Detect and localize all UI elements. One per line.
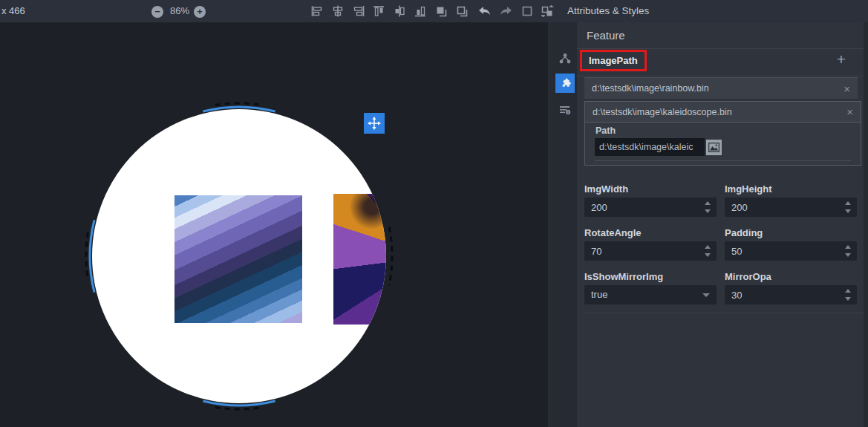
- padding-stepper[interactable]: [725, 241, 857, 261]
- attributes-panel: i Feature ImagePath + d:\testsdk\image\r…: [553, 22, 868, 427]
- spinner-arrows[interactable]: [704, 244, 711, 258]
- design-canvas[interactable]: [0, 22, 553, 427]
- path-field-label: Path: [595, 126, 616, 136]
- rotateangle-stepper[interactable]: [584, 241, 717, 261]
- chevron-down-icon: [702, 293, 710, 297]
- panel-title: Attributes & Styles: [567, 0, 649, 22]
- property-label: ImgWidth: [584, 183, 717, 195]
- undo-icon[interactable]: [477, 5, 492, 17]
- top-toolbar: x 466 − 86% + Attributes & Styles: [0, 0, 868, 22]
- spinner-arrows[interactable]: [704, 201, 711, 214]
- divider: [595, 160, 851, 161]
- image-picker-button[interactable]: [706, 140, 722, 155]
- add-path-button[interactable]: +: [837, 51, 846, 68]
- rainbow-image: [174, 195, 302, 323]
- property-label: MirrorOpa: [725, 271, 857, 282]
- imgwidth-input[interactable]: [584, 198, 696, 216]
- path-value: d:\testsdk\image\rainbow.bin: [592, 78, 709, 100]
- puzzle-icon[interactable]: [555, 74, 575, 93]
- transform-icon[interactable]: [541, 5, 554, 17]
- alignment-toolbar: [310, 5, 554, 17]
- property-label: ImgHeight: [725, 183, 857, 195]
- mirroropa-input[interactable]: [725, 286, 836, 304]
- align-right-icon[interactable]: [352, 5, 365, 17]
- imgheight-stepper[interactable]: [725, 198, 857, 217]
- selection-box-icon[interactable]: [521, 5, 533, 17]
- form-info-icon[interactable]: i: [555, 100, 575, 120]
- imagepath-label-highlighted: ImagePath: [580, 50, 647, 71]
- imagepath-property-row: ImagePath +: [577, 49, 864, 76]
- move-handle[interactable]: [364, 113, 385, 134]
- divider: [584, 313, 864, 313]
- spinner-arrows[interactable]: [844, 288, 852, 301]
- rotateangle-input[interactable]: [584, 242, 696, 260]
- mirroropa-stepper[interactable]: [725, 285, 857, 304]
- zoom-out-button[interactable]: −: [151, 6, 163, 18]
- app-window: x 466 − 86% + Attributes & Styles: [0, 0, 868, 427]
- canvas-scrollbar[interactable]: [548, 22, 553, 427]
- zoom-in-button[interactable]: +: [194, 6, 206, 18]
- panel-scrollbar[interactable]: [864, 22, 868, 427]
- canvas-size-label: x 466: [1, 0, 25, 22]
- bring-to-front-icon[interactable]: [435, 5, 448, 17]
- zoom-level-label: 86%: [166, 0, 193, 22]
- section-title: Feature: [577, 22, 864, 49]
- align-center-horizontal-icon[interactable]: [331, 5, 345, 17]
- align-left-icon[interactable]: [310, 5, 324, 17]
- align-bottom-icon[interactable]: [414, 5, 428, 17]
- path-item-header[interactable]: d:\testsdk\image\kaleidoscope.bin ×: [585, 102, 861, 123]
- property-label: Padding: [725, 227, 857, 238]
- redo-icon[interactable]: [499, 5, 514, 17]
- spinner-arrows[interactable]: [844, 244, 852, 258]
- image-icon: [708, 143, 719, 152]
- align-top-icon[interactable]: [373, 5, 386, 17]
- isshowmirrorimg-select[interactable]: true: [584, 285, 717, 304]
- panel-icon-strip: i: [553, 22, 577, 427]
- path-list-item-expanded: d:\testsdk\image\kaleidoscope.bin × Path: [584, 101, 861, 166]
- remove-path-button[interactable]: ×: [843, 78, 850, 100]
- path-input[interactable]: [595, 138, 705, 156]
- property-label: IsShowMirrorImg: [584, 271, 717, 282]
- padding-input[interactable]: [725, 242, 836, 260]
- align-middle-vertical-icon[interactable]: [394, 5, 407, 17]
- send-to-back-icon[interactable]: [456, 5, 469, 17]
- feature-panel: Feature ImagePath + d:\testsdk\image\rai…: [577, 22, 868, 427]
- nodes-icon[interactable]: [555, 49, 575, 68]
- circle-widget[interactable]: [92, 109, 386, 403]
- property-label: RotateAngle: [584, 227, 717, 238]
- path-value: d:\testsdk\image\kaleidoscope.bin: [593, 102, 732, 123]
- select-value: true: [591, 289, 607, 300]
- remove-path-button[interactable]: ×: [846, 102, 853, 123]
- spinner-arrows[interactable]: [844, 201, 852, 214]
- path-list-item[interactable]: d:\testsdk\image\rainbow.bin ×: [584, 77, 858, 99]
- imgheight-input[interactable]: [725, 198, 836, 216]
- move-arrows-icon: [367, 116, 382, 131]
- imgwidth-stepper[interactable]: [584, 198, 717, 217]
